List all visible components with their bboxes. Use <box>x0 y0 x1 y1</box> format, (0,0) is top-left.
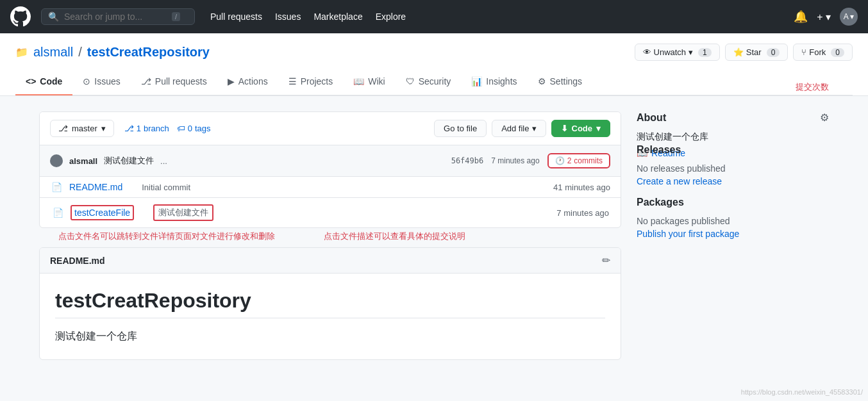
publish-package-link[interactable]: Publish your first package <box>637 229 829 239</box>
commit-author-name[interactable]: alsmall <box>69 156 97 166</box>
packages-none-text: No packages published <box>637 216 829 226</box>
annotation-file-name: 点击文件名可以跳转到文件详情页面对文件进行修改和删除 <box>58 231 275 242</box>
settings-gear-icon[interactable]: ⚙ <box>820 111 829 124</box>
code-tab-label: Code <box>40 76 62 86</box>
go-to-file-button[interactable]: Go to file <box>434 120 487 137</box>
avatar[interactable]: A ▾ <box>840 8 858 26</box>
security-tab-icon: 🛡 <box>406 76 415 86</box>
branches-link[interactable]: ⎇ 1 branch <box>124 124 169 133</box>
annotation-commit-desc: 点击文件描述可以查看具体的提交说明 <box>324 231 465 242</box>
wiki-tab-label: Wiki <box>368 76 385 86</box>
file-commit-readme: Initial commit <box>142 183 547 192</box>
issues-tab-icon: ⊙ <box>83 76 90 86</box>
star-button[interactable]: ⭐ Star 0 <box>725 44 789 61</box>
plus-icon[interactable]: + ▾ <box>817 11 831 23</box>
actions-tab-icon: ▶ <box>228 76 235 86</box>
nav-marketplace[interactable]: Marketplace <box>313 12 362 22</box>
unwatch-dropdown-icon: ▾ <box>689 47 693 57</box>
fork-button[interactable]: ⑂ Fork 0 <box>793 44 853 61</box>
readme-h1: testCreatRepository <box>55 289 605 318</box>
unwatch-count: 1 <box>698 48 712 57</box>
tags-count: 0 <box>188 124 192 133</box>
add-file-dropdown-icon: ▾ <box>532 124 537 133</box>
repo-name-link[interactable]: testCreatRepository <box>87 45 210 60</box>
settings-tab-icon: ⚙ <box>538 76 546 86</box>
pr-tab-icon: ⎇ <box>141 76 151 86</box>
fork-icon: ⑂ <box>801 47 806 57</box>
tab-issues[interactable]: ⊙ Issues <box>72 69 130 95</box>
annotation-commits-text: 提交次数 <box>796 82 829 92</box>
star-icon: ⭐ <box>733 47 744 57</box>
tab-wiki[interactable]: 📖 Wiki <box>343 69 395 95</box>
tag-icon: 🏷 <box>177 124 185 133</box>
search-input[interactable] <box>64 12 167 22</box>
insights-tab-icon: 📊 <box>471 76 482 86</box>
nav-links: Pull requests Issues Marketplace Explore <box>210 12 406 22</box>
file-name-testcreate[interactable]: testCreateFile <box>71 205 134 220</box>
search-box[interactable]: 🔍 / <box>41 8 195 25</box>
wiki-tab-icon: 📖 <box>353 76 364 86</box>
fork-count: 0 <box>831 48 844 57</box>
star-label: Star <box>746 47 762 57</box>
commit-sha: 56f49b6 <box>451 156 484 165</box>
readme-section: README.md ✏ testCreatRepository 测试创建一个仓库 <box>39 247 621 360</box>
tags-link[interactable]: 🏷 0 tags <box>177 124 211 133</box>
nav-issues[interactable]: Issues <box>275 12 301 22</box>
edit-readme-icon[interactable]: ✏ <box>602 254 610 266</box>
readme-description: 测试创建一个仓库 <box>55 329 605 344</box>
file-icon-readme: 📄 <box>50 182 63 192</box>
unwatch-label: Unwatch <box>654 47 687 57</box>
commit-author-avatar <box>50 154 63 167</box>
file-icon-testcreate: 📄 <box>51 208 64 218</box>
tab-security[interactable]: 🛡 Security <box>396 69 462 95</box>
add-file-button[interactable]: Add file ▾ <box>492 120 546 137</box>
tab-code[interactable]: <> Code <box>15 69 72 95</box>
packages-section: Packages No packages published Publish y… <box>637 197 829 239</box>
main-content: ⎇ master ▾ ⎇ 1 branch 🏷 0 tags <box>24 111 844 360</box>
tab-pull-requests[interactable]: ⎇ Pull requests <box>131 69 217 95</box>
repo-owner-link[interactable]: alsmall <box>33 45 73 60</box>
add-file-label: Add file <box>501 124 529 133</box>
about-title: About <box>637 112 666 124</box>
branch-name: master <box>72 124 97 133</box>
code-tab-icon: <> <box>26 76 36 86</box>
tab-settings[interactable]: ⚙ Settings <box>528 69 593 95</box>
tab-insights[interactable]: 📊 Insights <box>461 69 527 95</box>
actions-tab-label: Actions <box>238 76 268 86</box>
code-button-label: Code <box>572 124 593 133</box>
file-time-readme: 41 minutes ago <box>553 183 610 192</box>
history-icon: 🕐 <box>555 156 565 165</box>
about-section-header: About ⚙ <box>637 111 829 131</box>
repo-title: 📁 alsmall / testCreatRepository <box>15 45 210 60</box>
commits-count: 2 <box>567 156 572 165</box>
title-separator: / <box>78 45 82 60</box>
commit-message: 测试创建文件 <box>104 155 154 167</box>
branch-icon: ⎇ <box>58 124 68 133</box>
repo-icon: 📁 <box>15 46 28 58</box>
tab-projects[interactable]: ☰ Projects <box>278 69 344 95</box>
create-release-link[interactable]: Create a new release <box>637 176 829 186</box>
repo-action-buttons: 👁 Unwatch ▾ 1 ⭐ Star 0 ⑂ Fork 0 <box>635 44 853 61</box>
commit-details-toggle[interactable]: ... <box>160 156 167 166</box>
file-browser: ⎇ master ▾ ⎇ 1 branch 🏷 0 tags <box>39 111 621 228</box>
github-logo-icon[interactable] <box>10 6 31 27</box>
file-time-testcreate: 7 minutes ago <box>556 208 609 218</box>
projects-tab-icon: ☰ <box>288 76 297 86</box>
code-button[interactable]: ⬇ Code ▾ <box>551 120 611 137</box>
nav-pull-requests[interactable]: Pull requests <box>210 12 262 22</box>
search-icon: 🔍 <box>48 12 59 22</box>
unwatch-button[interactable]: 👁 Unwatch ▾ 1 <box>635 44 720 61</box>
settings-tab-label: Settings <box>550 76 583 86</box>
repo-sidebar: About ⚙ 测试创建一个仓库 📖 Readme 提交次数 Releases … <box>637 111 829 360</box>
nav-explore[interactable]: Explore <box>376 12 406 22</box>
branch-selector-button[interactable]: ⎇ master ▾ <box>50 120 114 137</box>
commits-count-button[interactable]: 🕐 2 commits <box>547 153 610 168</box>
tab-actions[interactable]: ▶ Actions <box>217 69 278 95</box>
file-row-testcreate: 📄 testCreateFile 测试创建文件 7 minutes ago <box>40 198 621 227</box>
readme-filename: README.md <box>50 256 105 266</box>
notifications-icon[interactable]: 🔔 <box>794 10 808 24</box>
file-name-readme[interactable]: README.md <box>69 182 122 192</box>
releases-none-text: No releases published <box>637 163 829 174</box>
download-icon: ⬇ <box>561 124 568 133</box>
branches-count: 1 <box>137 124 141 133</box>
